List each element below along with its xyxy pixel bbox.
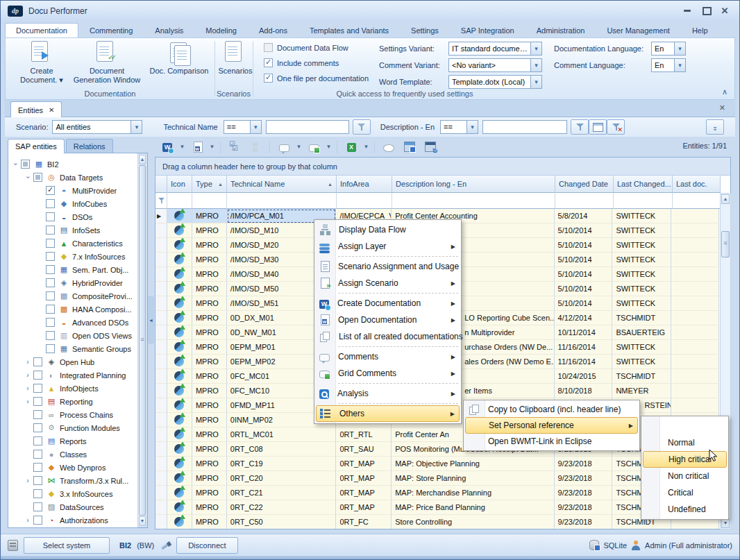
checkbox-icon[interactable] [33,371,42,380]
filter-cell[interactable] [155,193,167,209]
column-header-indicator[interactable] [155,176,167,193]
ribbon-tab-templates-and-variants[interactable]: Templates and Variants [298,23,400,37]
create-document-button[interactable]: CreateDocument. ▾ [15,41,68,85]
minimize-button[interactable] [678,5,696,17]
tree-item-hybridprovider[interactable]: ◈HybridProvider [36,276,123,289]
table-row[interactable]: MPRO0RT_C210RT_MAPMAP: Merchandise Plann… [155,486,719,500]
menu-item-undefined[interactable]: Undefined [643,501,727,518]
filter-cell[interactable] [555,193,614,209]
excel-export-dropdown-icon[interactable]: ▼ [362,144,370,150]
grid-comments-dropdown-icon[interactable]: ▼ [325,144,333,150]
menu-item-non-critical[interactable]: Non critical [643,468,727,484]
field-select[interactable]: <No variant> [448,58,542,72]
filter-cell[interactable] [614,193,673,209]
database-label[interactable]: SQLite [603,541,627,550]
checkbox-icon[interactable] [264,74,273,83]
menu-item-others[interactable]: Others▶ [316,405,460,422]
chevron-down-icon[interactable] [530,58,542,72]
expand-icon[interactable]: › [24,371,32,379]
expand-icon[interactable]: › [24,384,32,392]
current-user[interactable]: Admin (Full administrator) [645,541,732,550]
checkbox-icon[interactable] [33,516,42,525]
scroll-down-icon[interactable]: ▼ [139,516,146,526]
checkbox-icon[interactable] [46,265,55,274]
expand-filters-button[interactable]: ⌄⌄ [706,119,724,135]
menu-item-open-bwmt-link-in-eclipse[interactable]: Open BWMT-Link in Eclipse [465,434,638,449]
checkbox-icon[interactable] [46,199,55,208]
description-filter-input[interactable] [482,120,567,134]
tree-item-reports[interactable]: ▤Reports [24,434,87,448]
table-row[interactable]: MPRO0RT_C190RT_MAPMAP: Objective Plannin… [155,457,719,471]
scenario-select[interactable]: All entities [52,120,142,134]
checkbox-icon[interactable] [33,502,42,511]
chevron-down-icon[interactable] [530,42,542,56]
pane-close-icon[interactable]: ✕ [719,104,725,112]
checkbox-icon[interactable] [33,489,42,498]
expand-icon[interactable]: › [24,516,32,524]
menu-item-display-data-flow[interactable]: Display Data Flow [316,221,460,238]
tree-item-analysis-processes[interactable]: ◉Analysis Processes [24,527,126,528]
table-row[interactable]: MPRO0RT_C200RT_MAPMAP: Store Planning9/2… [155,471,719,486]
menu-item-scenario-assignment-and-usage[interactable]: Scenario Assignment and Usage [316,258,460,275]
menu-item-assign-scenario[interactable]: Assign Scenario▶ [316,275,460,291]
field-select[interactable]: Template.dotx (Local) [448,75,542,89]
tree-item-multiprovider[interactable]: ◓MultiProvider [36,184,117,197]
checkbox-one-file-per-documentation[interactable]: One file per documentation [264,74,369,83]
filter-editor-button[interactable] [589,119,607,135]
quick-comment-button[interactable] [379,139,398,155]
tree-item-transform-3-x-rul-[interactable]: ›⋈Transform./3.x Rul... [24,474,128,487]
menu-item-comments[interactable]: Comments▶ [316,348,460,365]
create-documentation-dropdown-icon[interactable]: ▼ [178,144,186,150]
filter-cell[interactable] [227,193,337,209]
filter-cell[interactable] [167,193,192,209]
tree-item-open-hub[interactable]: ›◈Open Hub [24,355,94,368]
disconnect-button[interactable]: Disconnect [176,537,237,554]
menu-item-assign-layer[interactable]: Assign Layer▶ [316,238,460,255]
filter-list-button[interactable] [353,119,371,135]
tree-item-bi2[interactable]: ›▦BI2 [11,158,59,171]
chevron-down-icon[interactable] [530,75,542,89]
chevron-down-icon[interactable] [131,120,142,134]
clear-filter-button[interactable]: ✕ [607,119,625,135]
refresh-grid-button[interactable] [421,139,440,155]
menu-item-create-documentation[interactable]: Create Documentation▶ [316,295,460,312]
column-header-type[interactable]: Type▲ [192,176,227,193]
ribbon-tab-sap-integration[interactable]: SAP Integration [450,23,525,37]
ribbon-tab-user-management[interactable]: User Management [596,23,681,37]
tree-item-dsos[interactable]: ◒DSOs [36,210,92,223]
technical-name-filter-input[interactable] [266,120,349,134]
tree-item-datasources[interactable]: ▨DataSources [24,500,104,514]
create-documentation-button[interactable] [158,139,177,155]
open-documentation-button[interactable] [187,139,207,155]
checkbox-icon[interactable] [21,160,30,169]
table-row[interactable]: MPRO0RT_C220RT_MAPMAP: Price Band Planni… [155,500,719,515]
scrollbar-thumb[interactable] [721,231,730,257]
tree-item-compositeprovi-[interactable]: ▩CompositeProvi... [36,289,133,303]
tree-item-authorizations[interactable]: ›◔Authorizations [24,514,108,527]
expand-icon[interactable]: › [24,398,32,405]
chevron-down-icon[interactable] [674,58,686,72]
expand-icon[interactable]: › [24,477,32,484]
comments-dropdown-icon[interactable]: ▼ [295,144,303,150]
checkbox-icon[interactable] [46,278,55,287]
tree-item-web-dynpros[interactable]: ◆Web Dynpros [24,461,106,474]
tree-item-7-x-infosources[interactable]: ◆7.x InfoSources [36,250,125,263]
ribbon-tab-documentation[interactable]: Documentation [5,23,78,37]
field-select[interactable]: En [651,42,686,56]
field-select[interactable]: IT standard documen... [448,42,542,56]
checkbox-icon[interactable] [33,173,42,182]
ribbon-tab-administration[interactable]: Administration [525,23,596,37]
tree-item-integrated-planning[interactable]: ›◐Integrated Planning [24,368,126,382]
table-row[interactable]: MPRO0RT_C500RT_FCStore Controlling9/23/2… [155,515,719,529]
ribbon-tab-settings[interactable]: Settings [400,23,450,37]
checkbox-icon[interactable] [46,212,55,221]
checkbox-icon[interactable] [46,344,55,353]
ribbon-tab-analysis[interactable]: Analysis [144,23,194,37]
filter-cell[interactable] [673,193,721,209]
checkbox-icon[interactable] [33,436,42,446]
save-grid-layout-button[interactable] [400,139,419,155]
scroll-up-icon[interactable]: ▲ [139,155,146,164]
multi-select-button[interactable] [225,139,244,155]
tab-relations[interactable]: Relations [66,139,113,153]
checkbox-icon[interactable] [264,58,273,67]
